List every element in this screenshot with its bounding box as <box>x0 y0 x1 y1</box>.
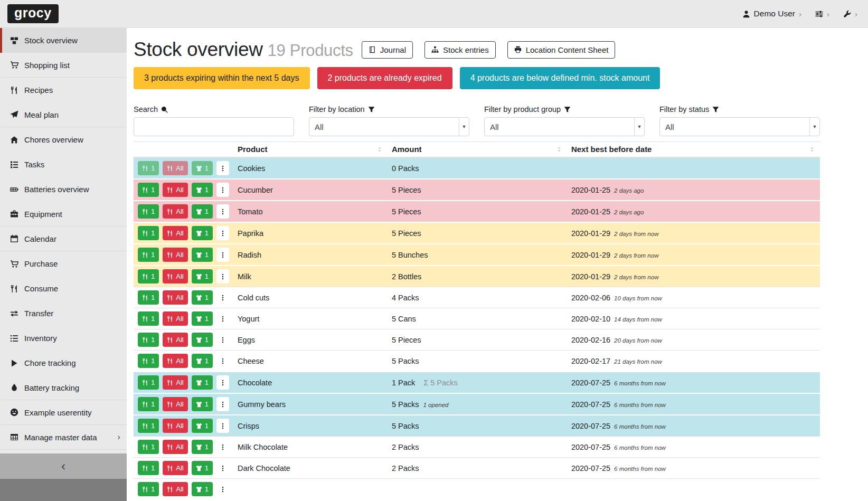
consume-one-button[interactable]: 1 <box>138 397 159 411</box>
consume-one-button[interactable]: 1 <box>138 183 159 197</box>
open-one-button[interactable]: 1 <box>192 461 213 475</box>
consume-all-button[interactable]: All <box>163 482 187 496</box>
row-menu-button[interactable] <box>216 440 229 454</box>
sidebar-item-calendar[interactable]: Calendar <box>0 226 127 251</box>
admin-menu[interactable]: › <box>843 10 857 18</box>
sidebar-item-inventory[interactable]: Inventory <box>0 326 127 351</box>
consume-one-button[interactable]: 1 <box>138 248 159 262</box>
row-menu-button[interactable] <box>216 226 229 240</box>
sidebar-item-consume[interactable]: Consume <box>0 276 127 301</box>
row-menu-button[interactable] <box>216 290 229 305</box>
consume-all-button[interactable]: All <box>163 397 187 411</box>
consume-all-button[interactable]: All <box>163 419 187 433</box>
consume-all-button[interactable]: All <box>163 248 187 262</box>
consume-all-button[interactable]: All <box>163 290 187 305</box>
sidebar-collapse-button[interactable]: ‹ <box>0 453 127 479</box>
column-header-next-best-before-date[interactable]: Next best before date <box>567 142 820 158</box>
row-menu-button[interactable] <box>216 269 229 283</box>
consume-all-button[interactable]: All <box>163 375 187 390</box>
expiring-banner[interactable]: 3 products expiring within the next 5 da… <box>134 67 310 89</box>
sidebar-item-manage-master-data[interactable]: Manage master data› <box>0 425 127 450</box>
journal-button[interactable]: Journal <box>362 41 413 59</box>
consume-all-button[interactable]: All <box>163 226 187 240</box>
status-filter-select[interactable]: All▼ <box>659 117 820 136</box>
sidebar-item-tasks[interactable]: Tasks <box>0 152 127 177</box>
open-one-button[interactable]: 1 <box>192 248 213 262</box>
consume-one-button[interactable]: 1 <box>138 440 159 454</box>
consume-one-button[interactable]: 1 <box>138 226 159 240</box>
consume-one-button[interactable]: 1 <box>138 375 159 390</box>
open-one-button[interactable]: 1 <box>192 354 213 368</box>
stock-entries-button[interactable]: Stock entries <box>424 41 496 59</box>
row-menu-button[interactable] <box>216 248 229 262</box>
consume-one-button[interactable]: 1 <box>138 204 159 219</box>
open-one-button[interactable]: 1 <box>192 226 213 240</box>
sidebar-item-example-userentity[interactable]: Example userentity <box>0 400 127 425</box>
consume-one-button[interactable]: 1 <box>138 354 159 368</box>
open-one-button[interactable]: 1 <box>192 482 213 496</box>
consume-all-button[interactable]: All <box>163 354 187 368</box>
consume-all-button[interactable]: All <box>163 204 187 219</box>
row-menu-button[interactable] <box>216 354 229 368</box>
sidebar-item-battery-tracking[interactable]: Battery tracking <box>0 375 127 400</box>
app-logo[interactable]: grocy <box>7 4 59 23</box>
open-one-button[interactable]: 1 <box>192 397 213 411</box>
consume-one-button[interactable]: 1 <box>138 333 159 347</box>
row-menu-button[interactable] <box>216 375 229 390</box>
sidebar-item-meal-plan[interactable]: Meal plan <box>0 102 127 127</box>
consume-one-button[interactable]: 1 <box>138 161 159 175</box>
consume-all-button[interactable]: All <box>163 161 187 175</box>
open-one-button[interactable]: 1 <box>192 269 213 283</box>
open-one-button[interactable]: 1 <box>192 333 213 347</box>
sidebar-item-batteries-overview[interactable]: Batteries overview <box>0 177 127 202</box>
product-name: Paprika <box>233 222 388 244</box>
sidebar-item-chores-overview[interactable]: Chores overview <box>0 127 127 152</box>
column-header-amount[interactable]: Amount <box>388 142 567 158</box>
consume-all-button[interactable]: All <box>163 333 187 347</box>
row-menu-button[interactable] <box>216 461 229 475</box>
consume-one-button[interactable]: 1 <box>138 311 159 326</box>
open-one-button[interactable]: 1 <box>192 290 213 305</box>
expired-banner[interactable]: 2 products are already expired <box>317 67 452 89</box>
consume-one-button[interactable]: 1 <box>138 269 159 283</box>
open-one-button[interactable]: 1 <box>192 311 213 326</box>
search-input[interactable] <box>134 117 294 136</box>
sidebar-item-shopping-list[interactable]: Shopping list <box>0 53 127 78</box>
consume-all-button[interactable]: All <box>163 311 187 326</box>
consume-one-button[interactable]: 1 <box>138 419 159 433</box>
open-one-button[interactable]: 1 <box>192 440 213 454</box>
consume-one-button[interactable]: 1 <box>138 290 159 305</box>
consume-one-button[interactable]: 1 <box>138 461 159 475</box>
row-menu-button[interactable] <box>216 183 229 197</box>
sidebar-item-equipment[interactable]: Equipment <box>0 202 127 226</box>
sidebar-item-stock-overview[interactable]: Stock overview <box>0 28 127 53</box>
row-menu-button[interactable] <box>216 419 229 433</box>
row-menu-button[interactable] <box>216 333 229 347</box>
consume-one-button[interactable]: 1 <box>138 482 159 496</box>
row-menu-button[interactable] <box>216 204 229 219</box>
sidebar-item-transfer[interactable]: Transfer <box>0 301 127 326</box>
below-min-stock-banner[interactable]: 4 products are below defined min. stock … <box>460 67 661 89</box>
open-one-button[interactable]: 1 <box>192 204 213 219</box>
location-filter-select[interactable]: All▼ <box>309 117 469 136</box>
open-one-button[interactable]: 1 <box>192 419 213 433</box>
consume-all-button[interactable]: All <box>163 183 187 197</box>
open-one-button[interactable]: 1 <box>192 161 213 175</box>
consume-all-button[interactable]: All <box>163 461 187 475</box>
user-menu[interactable]: Demo User › <box>742 9 801 18</box>
product-group-filter-select[interactable]: All▼ <box>484 117 645 136</box>
open-one-button[interactable]: 1 <box>192 183 213 197</box>
row-menu-button[interactable] <box>216 397 229 411</box>
column-header-product[interactable]: Product <box>233 142 388 158</box>
row-menu-button[interactable] <box>216 311 229 326</box>
sidebar-item-chore-tracking[interactable]: Chore tracking <box>0 351 127 375</box>
location-content-sheet-button[interactable]: Location Content Sheet <box>507 41 616 59</box>
settings-menu[interactable]: › <box>815 10 829 18</box>
row-menu-button[interactable] <box>216 482 229 496</box>
consume-all-button[interactable]: All <box>163 269 187 283</box>
sidebar-item-recipes[interactable]: Recipes <box>0 78 127 102</box>
consume-all-button[interactable]: All <box>163 440 187 454</box>
row-menu-button[interactable] <box>216 161 229 175</box>
open-one-button[interactable]: 1 <box>192 375 213 390</box>
sidebar-item-purchase[interactable]: Purchase <box>0 251 127 276</box>
